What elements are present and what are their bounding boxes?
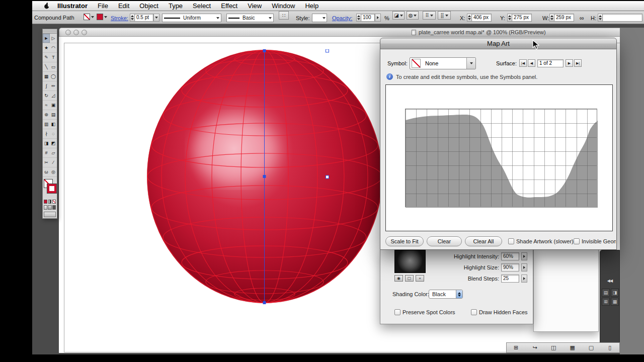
menu-select[interactable]: Select [188,1,216,11]
hand-tool[interactable]: ω [43,167,50,177]
knife-tool[interactable]: ∕ [50,158,57,167]
orbit-icon[interactable]: ◉ [394,275,403,282]
menu-window[interactable]: Window [267,1,300,11]
minimize-button[interactable] [73,30,79,35]
none-button[interactable] [52,200,56,204]
stroke-weight-field[interactable]: 0.5 pt [134,14,153,22]
handle-top-right[interactable] [326,49,329,52]
clear-button[interactable]: Clear [427,236,462,246]
highlight-size-popup[interactable] [521,263,527,272]
color-button[interactable] [44,200,47,204]
line-tool[interactable]: ╲ [43,62,50,72]
eyedropper-tool[interactable]: ∤ [43,129,50,139]
x-stepper[interactable] [467,14,471,22]
graph-tool[interactable]: ▤ [50,110,57,120]
menu-effect[interactable]: Effect [216,1,243,11]
symbol-sprayer-tool[interactable]: ⊛ [43,110,50,120]
w-stepper[interactable] [549,14,554,22]
warp-tool[interactable]: ≈ [43,101,50,110]
previous-surface-button[interactable]: ◀ [528,59,535,67]
anchor-top[interactable] [263,49,266,52]
zoom-button[interactable] [82,30,87,35]
full-screen-menu-mode-button[interactable] [48,205,51,210]
w-combo[interactable]: 259 px [549,14,574,22]
constrain-proportions-icon[interactable]: ∞ [580,15,584,22]
grid-icon[interactable]: ▦ [569,344,577,351]
sphere-artwork[interactable] [147,49,383,305]
mesh-tool[interactable]: ▥ [43,120,50,129]
stroke-swatch[interactable] [47,184,56,193]
rotate-tool[interactable]: ↻ [43,91,50,101]
stroke-weight-combo[interactable]: 0.5 pt [130,14,159,22]
page-icon[interactable]: ▢ [405,275,414,282]
anchor-bottom[interactable] [263,301,266,304]
toolbox-bottom-button[interactable] [44,212,56,217]
first-surface-button[interactable]: |◀ [519,59,527,67]
type-tool[interactable]: T [50,53,57,62]
highlight-size-field[interactable]: 90% [501,263,519,272]
trash-icon[interactable]: ▯ [606,344,614,351]
revolve-preview-thumbnail[interactable] [394,250,426,273]
full-screen-mode-button[interactable] [52,205,56,210]
variable-width-dropdown[interactable]: Uniform [162,14,221,22]
opacity-combo[interactable]: 100 [356,14,381,22]
clear-all-button[interactable]: Clear All [465,236,502,246]
y-combo[interactable]: 275 px [507,14,532,22]
magic-wand-tool[interactable]: ★ [43,43,50,53]
scissors-tool[interactable]: ✂ [43,158,50,167]
live-paint-tool[interactable]: ◨ [43,139,50,148]
last-surface-button[interactable]: ▶| [574,59,582,67]
selection-tool[interactable]: ► [43,34,50,43]
pencil-tool[interactable]: ✏ [50,81,57,91]
dock-collapse-icon[interactable]: ◀◀ [600,279,619,283]
zoom-tool[interactable]: ◎ [50,167,57,177]
x-combo[interactable]: 406 px [467,14,492,22]
invisible-geometry-checkbox[interactable]: Invisible Geometry [574,238,616,244]
surface-field[interactable]: 1 of 2 [537,59,564,67]
new-item-icon[interactable]: ▢ [587,344,595,351]
panel-icon-d[interactable]: ▦ [611,298,619,306]
gradient-tool[interactable]: ◧ [50,120,57,129]
direct-selection-tool[interactable]: ▷ [50,34,57,43]
align-button-a[interactable]: ⠿ [423,11,436,20]
opacity-stepper[interactable] [356,14,361,22]
blend-steps-field[interactable]: 25 [501,275,519,283]
close-button[interactable] [65,30,71,35]
stroke-weight-dropdown[interactable] [153,14,159,22]
ellipse-tool[interactable]: ◯ [50,72,57,81]
next-surface-button[interactable]: ▶ [566,59,573,67]
stroke-stepper[interactable] [130,14,134,22]
opacity-field[interactable]: 100 [361,14,375,22]
menu-edit[interactable]: Edit [113,1,134,11]
action-icon[interactable]: ↪ [531,344,539,351]
w-field[interactable]: 259 px [554,14,574,22]
h-stepper[interactable] [598,14,602,22]
link-icon[interactable]: ⊞ [512,344,520,351]
map-art-title-bar[interactable]: Map Art [380,38,616,49]
map-art-preview[interactable] [385,84,613,231]
y-stepper[interactable] [507,14,512,22]
document-title-bar[interactable]: plate_carree world map.ai* @ 100% (RGB/P… [59,28,644,37]
live-paint-selection-tool[interactable]: ◩ [50,139,57,148]
menu-object[interactable]: Object [134,1,164,11]
mask-icon[interactable]: ◫ [549,344,557,351]
scale-to-fit-button[interactable]: Scale to Fit [385,236,424,246]
blend-tool[interactable]: ◌ [50,129,57,139]
opacity-link[interactable]: Opacity: [332,15,352,21]
recolor-artwork-button[interactable]: ∷ [279,11,289,20]
graphic-style-button-b[interactable]: ◍ [407,11,419,20]
menu-view[interactable]: View [243,1,267,11]
panel-icon-b[interactable]: ◨ [611,289,619,297]
stroke-color-button[interactable] [97,14,107,20]
rectangular-grid-tool[interactable]: ▦ [43,72,50,81]
symbol-dropdown-button[interactable] [466,58,475,69]
menu-file[interactable]: File [93,1,113,11]
menu-illustrator[interactable]: Illustrator [52,1,93,11]
blend-steps-popup[interactable] [521,275,527,283]
draw-hidden-faces-checkbox[interactable]: Draw Hidden Faces [471,309,528,315]
toolbox-drag-bar[interactable] [43,29,57,34]
symbol-dropdown[interactable]: None [410,57,476,69]
stroke-link[interactable]: Stroke: [111,15,128,21]
delete-icon[interactable]: × [416,275,424,282]
shade-artwork-checkbox[interactable]: Shade Artwork (slower) [508,238,574,244]
